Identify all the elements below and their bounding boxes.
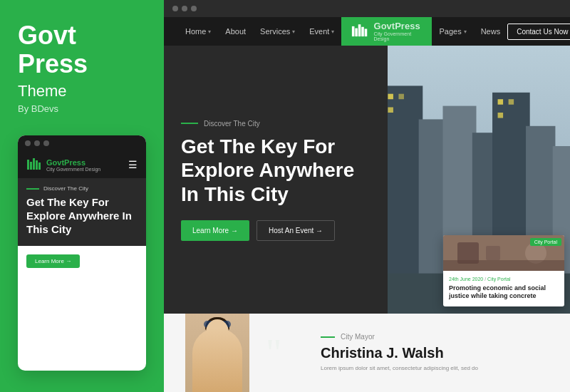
news-card: City Portal 24th June 2020 / City Portal…	[443, 235, 564, 306]
nav-news[interactable]: News	[474, 17, 508, 46]
site-logo-icon	[351, 22, 368, 41]
dot-1	[25, 140, 31, 146]
site-hero: Discover The City Get The Key For Explor…	[164, 46, 570, 314]
product-subtitle: Theme	[18, 82, 146, 100]
mayor-label: City Mayor	[321, 333, 549, 341]
svg-rect-32	[388, 94, 393, 100]
dot-3	[43, 140, 49, 146]
hero-buttons: Learn More → Host An Event →	[181, 220, 370, 241]
svg-rect-4	[38, 163, 41, 170]
logo-name: GovtPress	[374, 21, 423, 31]
logo-text: GovtPress City Government Design	[374, 21, 423, 41]
svg-rect-40	[486, 246, 500, 260]
site-nav: Home ▾ About Services ▾ Event ▾	[164, 17, 570, 46]
hero-content: Discover The City Get The Key For Explor…	[164, 46, 388, 314]
mayor-desc: Lorem ipsum dolor sit amet, consectetur …	[321, 364, 549, 372]
svg-rect-37	[497, 113, 503, 118]
right-panel: Home ▾ About Services ▾ Event ▾	[164, 0, 570, 392]
browser-dot-1	[172, 6, 178, 11]
mobile-logo-icon	[26, 157, 42, 172]
svg-rect-35	[497, 99, 503, 105]
mobile-logo-text: GovtPress City Government Design	[46, 158, 100, 172]
browser-dot-3	[191, 6, 197, 11]
svg-rect-42	[443, 260, 564, 271]
hero-title: Get The Key For Explore Anywhere In This…	[181, 135, 370, 207]
browser-dot-2	[182, 6, 187, 11]
mobile-logo: GovtPress City Government Design	[26, 157, 100, 172]
hamburger-icon[interactable]: ☰	[128, 159, 138, 170]
svg-rect-0	[27, 160, 29, 170]
news-meta: 24th June 2020 / City Portal	[449, 277, 559, 282]
news-badge: City Portal	[530, 238, 561, 246]
nav-links: Home ▾ About Services ▾ Event ▾	[178, 17, 341, 46]
label-line	[321, 336, 335, 338]
news-card-body: 24th June 2020 / City Portal Promoting e…	[443, 271, 564, 306]
hero-host-btn[interactable]: Host An Event →	[256, 220, 335, 241]
svg-rect-7	[358, 24, 361, 36]
event-chevron-icon: ▾	[331, 29, 334, 35]
site-logo: GovtPress City Government Design	[341, 17, 432, 46]
svg-rect-34	[388, 107, 393, 113]
svg-rect-9	[365, 29, 368, 36]
svg-rect-8	[362, 27, 365, 36]
svg-rect-5	[352, 26, 355, 36]
nav-home[interactable]: Home ▾	[178, 17, 218, 46]
hero-learn-btn[interactable]: Learn More →	[181, 220, 249, 241]
services-chevron-icon: ▾	[292, 29, 295, 35]
bottom-icon-area: "	[264, 337, 306, 369]
svg-rect-36	[508, 99, 514, 105]
mayor-role: City Mayor	[341, 333, 375, 341]
nav-event[interactable]: Event ▾	[302, 17, 341, 46]
logo-tagline: City Government Design	[374, 31, 423, 41]
browser-chrome	[164, 0, 570, 17]
news-title: Promoting economic and social justice wh…	[449, 284, 559, 301]
svg-rect-3	[36, 160, 38, 170]
person-body	[192, 328, 242, 392]
left-panel: Govt Press Theme By BDevs GovtPres	[0, 0, 164, 392]
nav-services[interactable]: Services ▾	[253, 17, 302, 46]
hero-image: City Portal 24th June 2020 / City Portal…	[388, 46, 571, 314]
mobile-discover: Discover The City	[26, 185, 138, 192]
nav-about[interactable]: About	[218, 17, 253, 46]
mobile-preview-card: GovtPress City Government Design ☰ Disco…	[18, 135, 146, 371]
mobile-logo-sub: City Government Design	[46, 167, 100, 172]
mobile-discover-text: Discover The City	[43, 185, 88, 192]
hero-discover-text: Discover The City	[204, 120, 260, 128]
site-bottom: " City Mayor Christina J. Walsh Lorem ip…	[164, 314, 570, 392]
dot-2	[34, 140, 40, 146]
product-title: Govt Press	[18, 21, 146, 78]
hero-discover: Discover The City	[181, 120, 370, 128]
home-chevron-icon: ▾	[208, 29, 211, 35]
nav-pages[interactable]: Pages ▾	[432, 17, 473, 46]
svg-text:": "	[266, 337, 281, 369]
mayor-photo	[185, 314, 249, 392]
mobile-topbar	[18, 135, 146, 151]
mobile-learn-btn[interactable]: Learn More →	[26, 254, 80, 268]
product-author: By BDevs	[18, 103, 146, 114]
mobile-nav: GovtPress City Government Design ☰	[18, 151, 146, 178]
mobile-discover-line	[26, 188, 39, 190]
mobile-card-bottom: Learn More →	[18, 246, 146, 275]
mobile-logo-name: GovtPress	[46, 158, 100, 167]
svg-rect-1	[30, 162, 32, 170]
svg-rect-2	[33, 158, 35, 170]
pages-chevron-icon: ▾	[464, 29, 467, 35]
mobile-hero-title: Get The Key For Explore Anywhere In This…	[26, 196, 138, 236]
hero-discover-line	[181, 123, 198, 124]
news-card-image: City Portal	[443, 235, 564, 271]
contact-btn[interactable]: Contact Us Now →	[507, 24, 570, 40]
svg-rect-6	[356, 29, 358, 37]
mayor-info: City Mayor Christina J. Walsh Lorem ipsu…	[321, 333, 549, 372]
svg-rect-33	[398, 94, 404, 100]
mobile-hero: Discover The City Get The Key For Explor…	[18, 178, 146, 246]
decorative-quote-icon: "	[266, 337, 305, 369]
mayor-name: Christina J. Walsh	[321, 345, 549, 361]
